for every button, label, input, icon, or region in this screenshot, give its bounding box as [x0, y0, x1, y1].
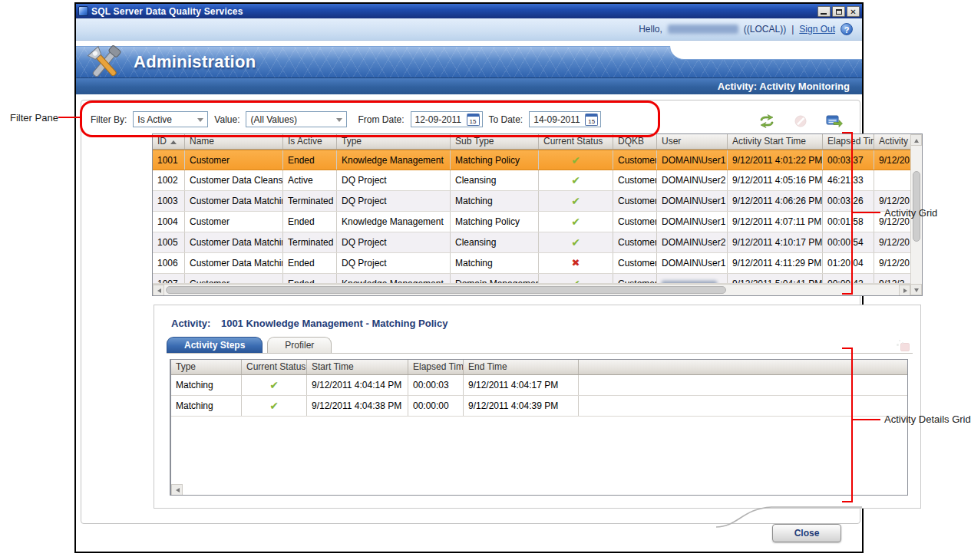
cell-current-status: ✔ [539, 274, 613, 283]
column-header-activity-start-time[interactable]: Activity Start Time [728, 134, 823, 149]
cell-type: DQ Project [337, 191, 451, 211]
grid-row[interactable]: Matching✔9/12/2011 4:04:14 PM00:00:039/1… [171, 375, 907, 396]
cell-activity-start-time: 9/12/2011 4:05:16 PM [728, 170, 823, 190]
cell-user: DOMAIN\User1 [657, 212, 728, 232]
cell-type: Knowledge Management [337, 274, 451, 283]
cell-user: DOMAIN\User1 [657, 253, 728, 273]
cell-name: Customer [185, 150, 283, 170]
calendar-icon[interactable]: 15 [467, 114, 480, 126]
column-header-elapsed-time[interactable]: Elapsed Time [408, 360, 464, 374]
column-header-end-time[interactable]: End Time [464, 360, 579, 374]
activity-details-grid-annotation-line [853, 419, 880, 420]
sign-out-link[interactable]: Sign Out [799, 24, 835, 35]
dqs-window: SQL Server Data Quality Services ✕ Hello… [74, 2, 864, 553]
scroll-down-icon[interactable] [910, 284, 922, 295]
hscroll-thumb[interactable] [166, 286, 726, 294]
grid-row[interactable]: 1007CustomerEndedKnowledge ManagementDom… [153, 274, 922, 284]
column-header-is-active[interactable]: Is Active [283, 134, 337, 149]
page-title: Administration [134, 52, 256, 72]
scroll-left-icon[interactable] [153, 285, 164, 296]
column-header-type[interactable]: Type [171, 360, 242, 374]
cell-id: 1004 [153, 212, 185, 232]
cell-sub-type: Domain Management [451, 274, 539, 283]
context-label: Activity: Activity Monitoring [718, 81, 850, 92]
column-header-id[interactable]: ID [153, 134, 185, 149]
cell-activity-start-time: 9/12/2011 4:11:29 PM [728, 253, 823, 273]
cell-id: 1002 [153, 170, 185, 190]
activity-grid-bracket [851, 132, 853, 295]
grid-row[interactable]: 1004CustomerEndedKnowledge ManagementMat… [153, 212, 922, 232]
username-redacted [668, 25, 738, 34]
cell-is-active: Terminated [283, 232, 337, 252]
app-icon [78, 6, 88, 16]
restore-button[interactable] [832, 6, 845, 17]
cell-is-active: Ended [283, 274, 337, 283]
tab-profiler[interactable]: Profiler [267, 337, 332, 353]
value-dropdown[interactable]: (All Values) [246, 111, 347, 127]
filter-by-value: Is Active [137, 114, 172, 125]
column-header-name[interactable]: Name [185, 134, 283, 149]
close-window-button[interactable]: ✕ [847, 6, 860, 17]
success-check-icon: ✔ [269, 379, 279, 391]
cell-dqkb: Customer [613, 253, 657, 273]
close-button[interactable]: Close [772, 524, 841, 542]
column-header-type[interactable]: Type [337, 134, 451, 149]
cell-name: Customer Data Matching [185, 232, 283, 252]
cell-name: Customer [185, 212, 283, 232]
tab-activity-steps[interactable]: Activity Steps [167, 337, 263, 353]
column-header-start-time[interactable]: Start Time [307, 360, 408, 374]
scroll-up-icon[interactable] [910, 134, 922, 146]
scroll-left-icon[interactable] [171, 484, 183, 496]
from-date-label: From Date: [358, 114, 404, 125]
failure-x-icon: ✖ [572, 257, 580, 268]
activity-details-panel: Activity: 1001 Knowledge Management - Ma… [154, 305, 921, 509]
column-header-dqkb[interactable]: DQKB [613, 134, 657, 149]
grid-row[interactable]: 1001CustomerEndedKnowledge ManagementMat… [153, 150, 922, 170]
grid-row[interactable]: 1006Customer Data MatchingEndedDQ Projec… [153, 253, 922, 274]
cell-elapsed-time: 00:00:00 [408, 396, 464, 416]
scroll-right-icon[interactable] [170, 484, 171, 496]
vscroll-thumb[interactable] [913, 171, 920, 242]
cell-elapsed-time: 00:00:54 [823, 232, 874, 252]
title-bar: SQL Server Data Quality Services ✕ [76, 4, 862, 18]
grid-row[interactable]: Matching✔9/12/2011 4:04:38 PM00:00:009/1… [171, 396, 907, 417]
cell-dqkb: Customer [613, 274, 657, 283]
export-icon[interactable] [826, 114, 843, 128]
cell-sub-type: Matching [451, 253, 539, 273]
cell-dqkb: Customer [613, 191, 657, 211]
column-header-sub-type[interactable]: Sub Type [451, 134, 539, 149]
refresh-icon[interactable] [758, 114, 775, 128]
minimize-button[interactable] [817, 6, 831, 17]
to-date-label: To Date: [489, 114, 523, 125]
cell-end-time: 9/12/2011 4:04:17 PM [464, 375, 579, 395]
grid-row[interactable]: 1002Customer Data CleansingActiveDQ Proj… [153, 170, 922, 191]
help-icon[interactable]: ? [841, 23, 853, 35]
calendar-icon[interactable]: 15 [585, 114, 598, 126]
column-header-current-status[interactable]: Current Status [242, 360, 307, 374]
user-bar: Hello, ((LOCAL)) | Sign Out ? [76, 18, 862, 41]
cell-id: 1007 [153, 274, 185, 283]
close-icon: ✕ [847, 7, 859, 16]
cell-elapsed-time: 01:20:04 [823, 253, 874, 273]
cell-start-time: 9/12/2011 4:04:14 PM [307, 375, 408, 395]
bracket-tick [842, 293, 853, 295]
to-date-input[interactable]: 14-09-2011 15 [529, 111, 601, 127]
column-header-activity[interactable]: Activity [874, 134, 911, 149]
column-header-current-status[interactable]: Current Status [539, 134, 613, 149]
column-header-elapsed-time[interactable]: Elapsed Time [823, 134, 874, 149]
cell-name: Customer Data Cleansing [185, 170, 283, 190]
activity-details-grid-bracket [851, 348, 853, 502]
cell-user: DOMAIN\User1 [657, 191, 728, 211]
grid-row[interactable]: 1005Customer Data MatchingTerminatedDQ P… [153, 232, 922, 253]
scroll-right-icon[interactable] [899, 285, 910, 296]
column-header-user[interactable]: User [657, 134, 728, 149]
success-check-icon: ✔ [571, 236, 580, 249]
minimize-icon [821, 13, 827, 15]
grid-row[interactable]: 1003Customer Data MatchingTerminatedDQ P… [153, 191, 922, 212]
from-date-input[interactable]: 12-09-2011 15 [411, 111, 483, 127]
cell-type: Knowledge Management [337, 212, 451, 232]
filter-pane: Filter By: Is Active Value: (All Values)… [91, 111, 601, 127]
activity-grid-hscrollbar[interactable] [153, 284, 910, 295]
filter-by-dropdown[interactable]: Is Active [133, 111, 208, 127]
greeting-text: Hello, [639, 24, 662, 35]
